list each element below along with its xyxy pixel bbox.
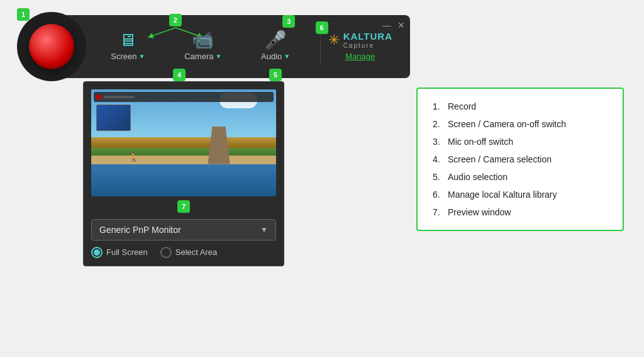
screen-chevron: ▼	[139, 53, 145, 60]
toolbar: 1 2 🖥	[20, 15, 410, 78]
kaltura-name: KALTURA	[343, 31, 392, 42]
main-container: 1 2 🖥	[20, 15, 624, 343]
select-area-label: Select Area	[175, 247, 218, 257]
record-button-wrap: 1	[17, 12, 86, 81]
info-text-2: Screen / Camera on-off switch	[448, 119, 566, 129]
info-num-6: 6.	[433, 190, 443, 200]
info-num-3: 3.	[433, 137, 443, 147]
badge-6: 6	[316, 21, 328, 34]
info-num-7: 7.	[433, 207, 443, 217]
screen-icon: 🖥	[119, 31, 136, 49]
preview-person-icon: 🚶	[128, 152, 139, 162]
monitor-dropdown[interactable]: Generic PnP Monitor ▼	[91, 219, 276, 241]
badge-5: 5	[269, 69, 282, 81]
info-text-6: Manage local Kaltura library	[448, 190, 557, 200]
camera-label: Camera ▼	[184, 52, 221, 61]
info-text-7: Preview window	[448, 207, 511, 217]
preview-screen: 🚶	[91, 89, 276, 196]
info-list: 1.Record2.Screen / Camera on-off switch3…	[433, 101, 608, 217]
screen-options: Full Screen Select Area	[91, 247, 276, 258]
dropdown-arrow-icon: ▼	[260, 225, 268, 234]
select-area-option[interactable]: Select Area	[160, 247, 218, 258]
badge-7: 7	[177, 200, 190, 213]
info-num-5: 5.	[433, 172, 443, 182]
info-panel: 1.Record2.Screen / Camera on-off switch3…	[416, 88, 624, 231]
camera-control[interactable]: 📹 Camera ▼	[184, 31, 221, 61]
camera-chevron: ▼	[215, 53, 221, 60]
close-button[interactable]: ✕	[397, 20, 405, 30]
minimize-button[interactable]: —	[382, 20, 391, 30]
mini-rec-dot	[96, 94, 101, 99]
preview-pip	[96, 105, 131, 131]
audio-label: Audio ▼	[261, 52, 290, 61]
info-text-3: Mic on-off switch	[448, 137, 513, 147]
info-item-4: 4.Screen / Camera selection	[433, 154, 608, 164]
kaltura-text: KALTURA Capture	[343, 31, 392, 49]
kaltura-logo: ✳ KALTURA Capture	[328, 31, 392, 49]
mini-bar	[103, 96, 135, 98]
info-item-5: 5.Audio selection	[433, 172, 608, 182]
badge-3: 3	[282, 15, 295, 28]
info-text-1: Record	[448, 101, 476, 111]
audio-chevron: ▼	[284, 53, 290, 60]
svg-line-0	[150, 28, 175, 37]
badge-2: 2	[169, 14, 182, 26]
kaltura-star-icon: ✳	[328, 32, 340, 48]
info-item-6: 6.Manage local Kaltura library	[433, 190, 608, 200]
preview-sand	[91, 156, 276, 164]
controls-area: 2 🖥 Screen ▼	[86, 31, 315, 61]
full-screen-option[interactable]: Full Screen	[91, 247, 148, 258]
info-text-5: Audio selection	[448, 172, 508, 182]
info-num-1: 1.	[433, 101, 443, 111]
badge-4: 4	[173, 69, 186, 81]
full-screen-radio[interactable]	[91, 247, 103, 258]
radio-inner-dot	[94, 249, 100, 256]
audio-icon: 🎤	[265, 31, 287, 49]
monitor-label: Generic PnP Monitor	[99, 225, 181, 235]
badge-1: 1	[17, 8, 30, 21]
screen-control[interactable]: 🖥 Screen ▼	[111, 31, 145, 61]
kaltura-sub: Capture	[343, 42, 392, 49]
screen-label: Screen ▼	[111, 52, 145, 61]
preview-panel: 🚶 7 Generic PnP Monitor ▼ Full Screen Se…	[83, 81, 284, 266]
camera-icon: 📹	[192, 31, 214, 49]
preview-mini-toolbar	[94, 92, 274, 102]
window-controls: — ✕	[382, 20, 405, 30]
manage-link[interactable]: Manage	[345, 52, 375, 61]
info-item-2: 2.Screen / Camera on-off switch	[433, 119, 608, 129]
record-button[interactable]	[29, 24, 74, 69]
kaltura-area: 6 ✳ KALTURA Capture Manage	[320, 26, 400, 66]
info-text-4: Screen / Camera selection	[448, 154, 552, 164]
info-item-1: 1.Record	[433, 101, 608, 111]
full-screen-label: Full Screen	[106, 247, 148, 257]
audio-control[interactable]: 3 🎤 Audio ▼ 5	[261, 31, 290, 61]
info-item-3: 3.Mic on-off switch	[433, 137, 608, 147]
select-area-radio[interactable]	[160, 247, 172, 258]
info-num-2: 2.	[433, 119, 443, 129]
info-num-4: 4.	[433, 154, 443, 164]
preview-water	[91, 159, 276, 196]
info-item-7: 7.Preview window	[433, 207, 608, 217]
